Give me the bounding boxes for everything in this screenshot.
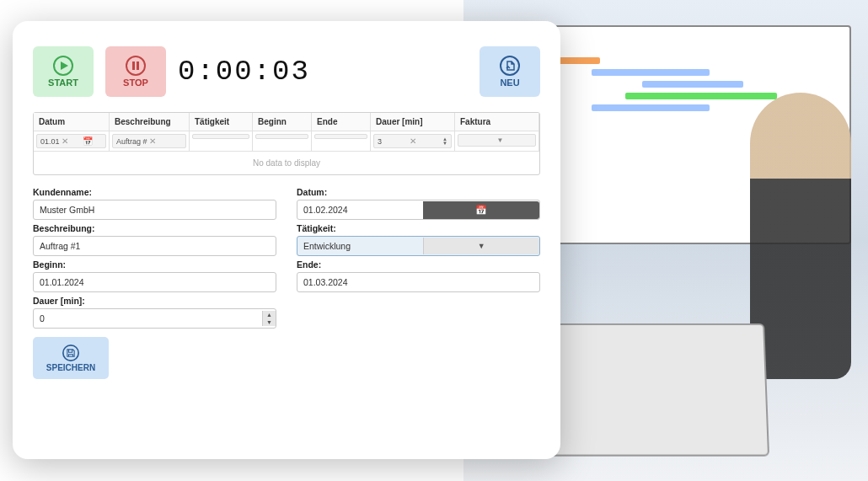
svg-rect-3 (137, 61, 139, 70)
col-header-beschreibung[interactable]: Beschreibung (110, 113, 190, 131)
col-header-ende[interactable]: Ende (312, 113, 371, 131)
grid-empty-message: No data to display (34, 152, 539, 174)
col-header-datum[interactable]: Datum (34, 113, 110, 131)
clear-icon[interactable]: ✕ (60, 136, 83, 146)
chevron-down-icon[interactable]: ▼ (497, 136, 533, 144)
time-tracking-panel: START STOP 0:00:03 NEU Datum Beschreibun… (13, 21, 560, 459)
calendar-icon[interactable]: 📅 (83, 136, 102, 146)
dauer-input[interactable]: 0▲▼ (33, 308, 276, 329)
col-header-faktura[interactable]: Faktura (455, 113, 539, 131)
beginn-input[interactable]: 01.01.2024 (33, 272, 276, 292)
new-document-icon (500, 56, 520, 76)
filter-dauer[interactable]: 3✕▲▼ (373, 134, 452, 148)
svg-point-4 (501, 56, 519, 75)
chevron-down-icon[interactable]: ▼ (423, 238, 540, 254)
ende-input[interactable]: 01.03.2024 (297, 272, 540, 292)
clear-icon[interactable]: ✕ (408, 136, 442, 146)
stop-button-label: STOP (123, 77, 148, 88)
filter-datum[interactable]: 01.01.2024✕📅 (36, 134, 106, 148)
start-button[interactable]: START (33, 46, 94, 97)
col-header-dauer[interactable]: Dauer [min] (371, 113, 455, 131)
speichern-button[interactable]: SPEICHERN (33, 337, 109, 379)
taetigkeit-label: Tätigkeit: (297, 223, 540, 233)
entries-grid: Datum Beschreibung Tätigkeit Beginn Ende… (33, 112, 540, 175)
col-header-beginn[interactable]: Beginn (253, 113, 312, 131)
photo-laptop (545, 323, 769, 457)
start-button-label: START (48, 77, 78, 88)
taetigkeit-select[interactable]: Entwicklung▼ (297, 236, 540, 256)
play-icon (53, 56, 73, 76)
beginn-label: Beginn: (33, 259, 276, 270)
photo-person (750, 93, 851, 379)
datum-label: Datum: (297, 187, 540, 197)
datum-input[interactable]: 01.02.2024📅 (297, 200, 540, 220)
svg-point-1 (126, 56, 145, 75)
kundenname-label: Kundenname: (33, 187, 276, 197)
svg-rect-2 (132, 61, 135, 70)
beschreibung-label: Beschreibung: (33, 223, 276, 233)
filter-beschreibung[interactable]: Auftrag #1✕ (112, 134, 186, 148)
neu-button-label: NEU (500, 77, 519, 88)
speichern-button-label: SPEICHERN (46, 363, 95, 372)
stepper-icon[interactable]: ▲▼ (262, 311, 276, 326)
pause-icon (126, 56, 146, 76)
filter-faktura[interactable]: ▼ (458, 134, 536, 147)
neu-button[interactable]: NEU (480, 46, 540, 97)
filter-beginn[interactable] (255, 134, 308, 139)
filter-ende[interactable] (314, 134, 367, 139)
col-header-taetigkeit[interactable]: Tätigkeit (190, 113, 253, 131)
ende-label: Ende: (297, 259, 540, 270)
calendar-icon[interactable]: 📅 (423, 201, 539, 219)
stepper-icon[interactable]: ▲▼ (442, 137, 447, 146)
kundenname-input[interactable]: Muster GmbH (33, 200, 276, 220)
svg-point-5 (63, 345, 78, 360)
stop-button[interactable]: STOP (105, 46, 166, 97)
beschreibung-input[interactable]: Auftrag #1 (33, 236, 276, 256)
dauer-label: Dauer [min]: (33, 296, 276, 306)
save-icon (62, 345, 79, 361)
clear-icon[interactable]: ✕ (147, 136, 182, 146)
timer-display: 0:00:03 (178, 56, 310, 88)
filter-taetigkeit[interactable] (192, 134, 249, 139)
